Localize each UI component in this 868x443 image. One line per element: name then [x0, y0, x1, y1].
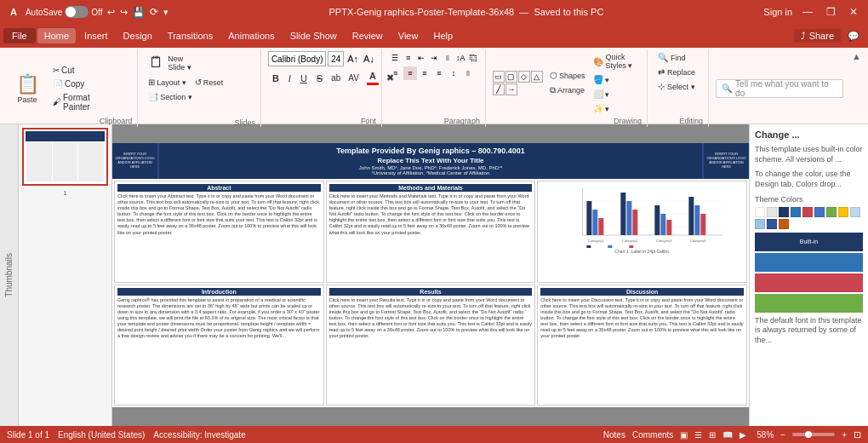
bullets-btn[interactable]: ☰: [389, 51, 401, 65]
signin-btn[interactable]: Sign in: [763, 7, 792, 17]
arrange-btn[interactable]: ⧉Arrange: [546, 83, 589, 97]
layout-btn[interactable]: ⊞Layout ▾: [145, 76, 190, 89]
style-preview-3[interactable]: [755, 273, 863, 292]
increase-indent-btn[interactable]: ⇥: [428, 51, 440, 65]
tell-me-search[interactable]: 🔍 Tell me what you want to do: [716, 79, 843, 98]
select-btn[interactable]: ⊹Select ▾: [654, 80, 699, 93]
reading-view-btn[interactable]: 📖: [722, 430, 733, 440]
format-painter-btn[interactable]: 🖌Format Painter: [49, 91, 96, 113]
col-btn[interactable]: ⫴: [442, 51, 454, 65]
rect-shape[interactable]: ▭: [493, 71, 505, 83]
diamond-shape[interactable]: ◇: [518, 71, 530, 83]
undo-btn[interactable]: ↩: [107, 7, 115, 18]
shapes-btn[interactable]: ⬡Shapes: [546, 69, 589, 82]
find-btn[interactable]: 🔍Find: [654, 51, 699, 64]
autosave-toggle[interactable]: [65, 6, 89, 18]
minimize-btn[interactable]: —: [799, 6, 816, 18]
comments-status-btn[interactable]: Comments: [632, 430, 673, 440]
smart-art-btn[interactable]: ⿻: [467, 51, 479, 65]
menu-view[interactable]: View: [391, 28, 425, 43]
color-cell-1[interactable]: [755, 207, 765, 217]
cut-btn[interactable]: ✂Cut: [49, 64, 96, 77]
color-cell-4[interactable]: [791, 207, 801, 217]
slide-canvas-area[interactable]: INSERT YOUR ORGANIZATION'S LOGO AND/OR A…: [112, 124, 749, 426]
menu-review[interactable]: Review: [345, 28, 390, 43]
char-spacing-btn[interactable]: AV: [345, 71, 363, 85]
italic-btn[interactable]: I: [284, 71, 295, 86]
slide-thumbnail-1[interactable]: [22, 128, 108, 186]
menu-animations[interactable]: Animations: [221, 28, 281, 43]
arrow-shape[interactable]: →: [505, 83, 517, 95]
shadow-btn[interactable]: ab: [328, 71, 344, 85]
menu-home[interactable]: Home: [37, 28, 76, 43]
comments-btn[interactable]: 💬: [842, 29, 865, 43]
color-cell-10[interactable]: [755, 219, 765, 229]
menu-file[interactable]: File: [3, 28, 36, 43]
text-dir-btn[interactable]: ↕A: [454, 51, 466, 65]
line-shape[interactable]: ╱: [493, 83, 505, 95]
menu-slideshow[interactable]: Slide Show: [283, 28, 344, 43]
section-btn[interactable]: 📑Section ▾: [145, 90, 196, 103]
new-slide-btn[interactable]: 🗒 New Slide ▾: [145, 51, 255, 74]
menu-help[interactable]: Help: [426, 28, 460, 43]
font-color-btn[interactable]: A: [363, 68, 382, 88]
style-preview-4[interactable]: [755, 294, 863, 313]
thumbnails-tab[interactable]: Thumbnails: [0, 124, 19, 426]
col-format-btn[interactable]: ⫴: [461, 66, 475, 80]
quick-styles-btn[interactable]: 🎨Quick Styles ▾: [590, 51, 642, 72]
color-cell-7[interactable]: [826, 207, 837, 217]
slideshow-view-btn[interactable]: ▶: [740, 430, 746, 440]
justify-btn[interactable]: ≡: [432, 66, 446, 80]
color-cell-2[interactable]: [767, 207, 777, 217]
sorter-view-btn[interactable]: ⊞: [709, 430, 716, 440]
copy-btn[interactable]: 📄Copy: [49, 78, 96, 90]
decrease-font-btn[interactable]: A↓: [362, 52, 376, 66]
redo-btn[interactable]: ↪: [120, 7, 128, 18]
share-btn[interactable]: ⤴ Share: [794, 29, 841, 43]
save-btn[interactable]: 💾: [133, 7, 145, 18]
numbering-btn[interactable]: ≡: [402, 51, 414, 65]
fit-slide-btn[interactable]: ⊡: [854, 429, 861, 440]
zoom-in-btn[interactable]: +: [842, 430, 847, 440]
menu-design[interactable]: Design: [117, 28, 159, 43]
color-cell-3[interactable]: [779, 207, 789, 217]
normal-view-btn[interactable]: ▣: [680, 430, 688, 440]
paste-btn[interactable]: 📋 Paste: [9, 51, 46, 125]
rounded-rect-shape[interactable]: ▢: [505, 71, 517, 83]
outline-view-btn[interactable]: ☰: [694, 430, 702, 440]
shape-effects-btn[interactable]: ✨▾: [590, 102, 642, 115]
notes-btn[interactable]: Notes: [603, 430, 625, 440]
color-cell-9[interactable]: [850, 207, 860, 217]
font-size-input[interactable]: 24: [328, 51, 344, 66]
increase-font-btn[interactable]: A↑: [345, 52, 360, 66]
font-name-input[interactable]: Calibri (Body): [268, 51, 327, 66]
color-cell-6[interactable]: [814, 207, 825, 217]
collapse-ribbon-btn[interactable]: ▲: [848, 49, 865, 63]
reset-btn[interactable]: ↺Reset: [191, 76, 227, 89]
strikethrough-btn[interactable]: S: [312, 71, 327, 86]
recover-btn[interactable]: ⟳: [150, 6, 158, 18]
color-cell-12[interactable]: [779, 219, 789, 229]
close-btn[interactable]: ✕: [846, 6, 861, 18]
zoom-slider[interactable]: [792, 433, 835, 436]
align-right-btn[interactable]: ≡: [418, 66, 431, 80]
color-cell-8[interactable]: [838, 207, 848, 217]
replace-btn[interactable]: ⇄Replace: [654, 66, 699, 78]
bold-btn[interactable]: B: [268, 71, 283, 86]
style-preview-2[interactable]: [755, 253, 863, 272]
color-cell-11[interactable]: [767, 219, 777, 229]
zoom-out-btn[interactable]: −: [780, 430, 785, 440]
decrease-indent-btn[interactable]: ⇤: [415, 51, 427, 65]
menu-insert[interactable]: Insert: [77, 28, 115, 43]
maximize-btn[interactable]: ❐: [823, 6, 839, 18]
style-preview-1[interactable]: Built-in: [755, 233, 863, 251]
underline-btn[interactable]: U: [296, 71, 311, 86]
menu-transitions[interactable]: Transitions: [161, 28, 220, 43]
shape-fill-btn[interactable]: 🪣▾: [590, 73, 642, 86]
shape-outline-btn[interactable]: ⬜▾: [590, 88, 642, 101]
color-cell-5[interactable]: [802, 207, 813, 217]
line-spacing-btn[interactable]: ↕: [447, 66, 460, 80]
triangle-shape[interactable]: △: [531, 71, 543, 83]
align-center-btn[interactable]: ≡: [403, 66, 417, 80]
align-left-btn[interactable]: ≡: [389, 66, 403, 80]
